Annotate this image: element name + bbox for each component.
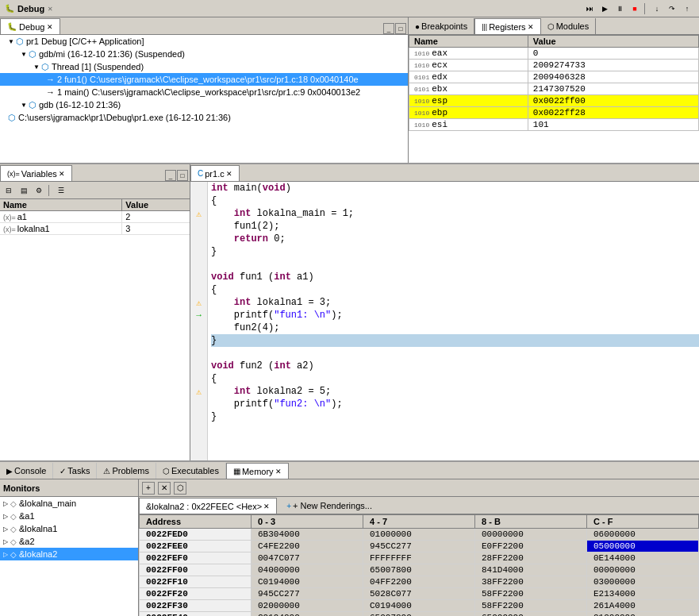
code-line-12: fun2(4);	[211, 321, 699, 334]
var-col-value: Value	[122, 199, 190, 211]
tree-label-5: gdb (16-12-10 21:36)	[39, 100, 121, 110]
step-return-btn[interactable]: ↑	[680, 2, 694, 16]
code-tab-close[interactable]: ✕	[226, 170, 232, 178]
monitor-item-label: &lokalna2	[19, 549, 57, 559]
tab-tasks[interactable]: ✓ Tasks	[53, 463, 97, 479]
monitor-item[interactable]: ▷ ◇ &a2	[0, 535, 138, 548]
tree-row-5[interactable]: ▼ ⬡ gdb (16-12-10 21:36)	[0, 98, 408, 111]
code-editor: C pr1.c ✕ ⚠ ⚠ →	[190, 164, 699, 460]
code-line-14	[211, 347, 699, 360]
mem-c0-cell: 0047C077	[252, 552, 363, 564]
code-content[interactable]: ⚠ ⚠ → ⚠ int main(void) {	[190, 182, 699, 460]
tab-modules[interactable]: ⬡ Modules	[541, 18, 597, 34]
code-line-8: void fun1 (int a1)	[211, 271, 699, 283]
memory-sub-tab-close[interactable]: ✕	[263, 502, 270, 510]
tree-arrow-0[interactable]: ▼	[8, 38, 14, 45]
memory-table-container[interactable]: Address 0 - 3 4 - 7 8 - B C - F 0022FED0…	[139, 514, 699, 616]
reg-name-cell: 0101ebx	[409, 83, 528, 95]
code-lines-container: int main(void) { int lokalna_main = 1; f…	[208, 182, 699, 460]
settings-btn[interactable]: ⚙	[32, 183, 46, 198]
memory-sub-tab-active[interactable]: &lokalna2 : 0x22FEEC <Hex> ✕	[139, 498, 277, 514]
title-close-icon: ✕	[48, 4, 52, 13]
mem-c2-cell: E0FF2200	[475, 541, 587, 552]
monitor-expand-icon: ▷	[3, 500, 8, 507]
minimize-vars[interactable]: _	[165, 170, 176, 181]
monitor-item-icon: ◇	[10, 550, 17, 559]
code-line-9: {	[211, 283, 699, 296]
mem-addr-cell: 0022FED0	[140, 529, 252, 541]
new-renderings-btn[interactable]: + + New Renderings...	[280, 498, 378, 514]
memory-panel: + ✕ ⬡ &lokalna2 : 0x22FEEC <Hex> ✕ + + N…	[139, 479, 699, 616]
memory-sub-tab-label: &lokalna2 : 0x22FEEC <Hex>	[146, 502, 262, 511]
tree-row-3[interactable]: → 2 fun1() C:\users\jgramack\C\eclipse_w…	[0, 73, 408, 86]
monitor-item[interactable]: ▷ ◇ &lokalna2	[0, 548, 138, 560]
tab-variables[interactable]: (x)= Variables ✕	[0, 165, 72, 181]
code-line-1: int main(void)	[211, 182, 699, 194]
variables-controls: _ □	[163, 170, 190, 181]
monitor-item[interactable]: ▷ ◇ &lokalna_main	[0, 497, 138, 510]
step-over-btn[interactable]: ↷	[665, 2, 679, 16]
debug-icon: 🐛	[5, 4, 14, 13]
monitor-item[interactable]: ▷ ◇ &a1	[0, 510, 138, 522]
mem-col-address: Address	[140, 515, 252, 529]
terminate-btn[interactable]: ■	[628, 2, 642, 16]
title-text: Debug	[17, 4, 44, 13]
skip-btn[interactable]: ⏭	[582, 2, 597, 16]
minimize-debug[interactable]: _	[383, 23, 394, 34]
variables-table: Name Value (x)=a1 2 (x)=lokalna1 3	[0, 199, 190, 235]
tree-icon-5: ⬡	[29, 100, 36, 110]
tab-console[interactable]: ▶ Console	[0, 463, 53, 479]
monitor-item-label: &a2	[19, 537, 35, 546]
code-tab-label: pr1.c	[205, 169, 224, 179]
monitor-item-icon: ◇	[10, 512, 17, 521]
reg-value-cell: 2147307520	[528, 83, 698, 95]
tree-arrow-1[interactable]: ▼	[21, 51, 27, 58]
registers-table-container: Name Value 1010eax 0 1010ecx 2009274733 …	[409, 35, 699, 163]
debug-tab[interactable]: 🐛 Debug ✕	[0, 18, 60, 34]
debug-tab-close[interactable]: ✕	[47, 23, 53, 31]
step-into-btn[interactable]: ↓	[650, 2, 664, 16]
tab-executables[interactable]: ⬡ Executables	[156, 463, 226, 479]
var-col-name: Name	[0, 199, 122, 211]
breakpoints-icon: ●	[415, 22, 420, 31]
tab-problems[interactable]: ⚠ Problems	[97, 463, 156, 479]
reg-value-cell: 0	[528, 48, 698, 60]
maximize-vars[interactable]: □	[177, 170, 188, 181]
view-btn[interactable]: ☰	[54, 183, 68, 198]
memory-icon: ▦	[233, 467, 240, 475]
memory-tab-close[interactable]: ✕	[275, 468, 282, 475]
tab-memory[interactable]: ▦ Memory ✕	[226, 463, 289, 479]
registers-panel: ● Breakpoints ||| Registers ✕ ⬡ Modules …	[409, 17, 699, 163]
registers-icon: |||	[482, 23, 487, 31]
tree-icon-4: →	[46, 87, 55, 97]
monitor-expand-icon: ▷	[3, 526, 8, 533]
tree-row-2[interactable]: ▼ ⬡ Thread [1] (Suspended)	[0, 60, 408, 73]
tree-row-1[interactable]: ▼ ⬡ gdb/mi (16-12-10 21:36) (Suspended)	[0, 48, 408, 60]
tab-breakpoints[interactable]: ● Breakpoints	[409, 18, 474, 34]
resume-btn[interactable]: ▶	[597, 2, 612, 16]
variables-tab-close[interactable]: ✕	[59, 170, 65, 178]
tree-arrow-5[interactable]: ▼	[21, 102, 27, 109]
reg-close-icon[interactable]: ✕	[528, 23, 534, 31]
tree-row-6[interactable]: ⬡ C:\users\jgramack\pr1\Debug\pr1.exe (1…	[0, 111, 408, 124]
add-rendering-btn[interactable]: +	[142, 482, 155, 495]
tab-registers[interactable]: ||| Registers ✕	[474, 18, 540, 34]
reg-value-cell: 0x0022ff00	[528, 95, 698, 107]
mem-col-8-b: 8 - B	[475, 515, 587, 529]
collapse-all-btn[interactable]: ⊟	[2, 183, 16, 198]
maximize-debug[interactable]: □	[395, 23, 406, 34]
tree-arrow-2[interactable]: ▼	[33, 64, 40, 71]
tree-row-0[interactable]: ▼ ⬡ pr1 Debug [C/C++ Application]	[0, 35, 408, 48]
variables-table-container: Name Value (x)=a1 2 (x)=lokalna1 3	[0, 199, 190, 460]
mem-c2-cell: 841D4000	[475, 564, 587, 576]
suspend-btn[interactable]: ⏸	[613, 2, 627, 16]
code-tab-pr1[interactable]: C pr1.c ✕	[190, 165, 240, 181]
tree-row-4[interactable]: → 1 main() C:\users\jgramack\C\eclipse_w…	[0, 86, 408, 98]
monitor-item-label: &lokalna1	[19, 524, 57, 533]
mem-c1-cell: 65007800	[363, 564, 475, 576]
mem-c2-cell: 28FF2200	[475, 552, 587, 564]
config-rendering-btn[interactable]: ⬡	[174, 482, 186, 495]
monitor-item[interactable]: ▷ ◇ &lokalna1	[0, 522, 138, 535]
remove-rendering-btn[interactable]: ✕	[158, 482, 171, 495]
layout-btn[interactable]: ▤	[17, 183, 31, 198]
